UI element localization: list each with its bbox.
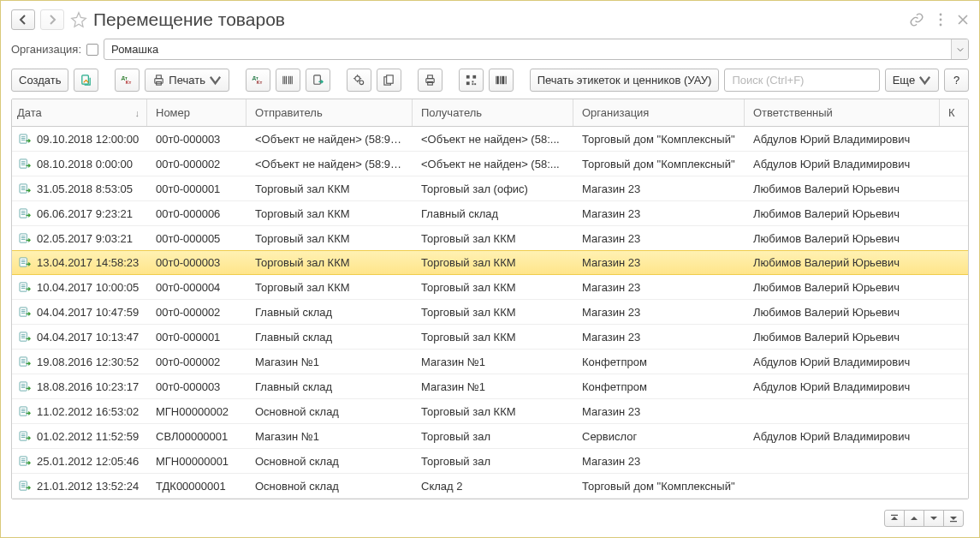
cell-date: 19.08.2016 12:30:52	[37, 356, 139, 368]
qr-button[interactable]	[459, 69, 484, 92]
table-row[interactable]: 11.02.2012 16:53:02МГН00000002Основной с…	[12, 399, 968, 424]
document-icon	[19, 481, 32, 492]
footer-nav	[885, 510, 964, 527]
print-labels-button[interactable]: Печать этикеток и ценников (УАУ)	[530, 69, 720, 92]
document-icon	[19, 431, 32, 442]
table-row[interactable]: 13.04.2017 14:58:2300т0-000003Торговый з…	[12, 250, 968, 275]
org-filter-row: Организация: Ромашка	[11, 39, 969, 60]
cell-date: 04.04.2017 10:13:47	[37, 331, 139, 344]
more-label: Еще	[893, 74, 915, 87]
sort-desc-icon: ↓	[135, 108, 140, 118]
page-title: Перемещение товаров	[93, 9, 904, 30]
dtkt2-button[interactable]: ДтКт	[246, 69, 270, 92]
org-checkbox[interactable]	[86, 44, 98, 56]
kebab-menu-icon[interactable]	[935, 12, 947, 27]
more-button[interactable]: Еще	[885, 69, 939, 92]
cell-date: 10.04.2017 10:00:05	[37, 281, 139, 294]
cell-receiver: Торговый зал ККМ	[413, 331, 573, 344]
table-row[interactable]: 19.08.2016 12:30:5200т0-000002Магазин №1…	[12, 350, 968, 374]
print-small-button[interactable]	[418, 69, 442, 92]
cell-receiver: Магазин №1	[413, 380, 573, 393]
table-row[interactable]: 10.04.2017 10:00:0500т0-000004Торговый з…	[12, 275, 968, 300]
cell-date: 13.04.2017 14:58:23	[37, 256, 139, 269]
svg-rect-97	[20, 481, 27, 489]
table-row[interactable]: 18.08.2016 10:23:1700т0-000003Главный ск…	[12, 374, 968, 399]
column-receiver[interactable]: Получатель	[413, 99, 573, 126]
table-row[interactable]: 08.10.2018 0:00:0000т0-000002<Объект не …	[12, 152, 968, 176]
cell-receiver: Главный склад	[413, 207, 573, 220]
cell-date: 02.05.2017 9:03:21	[37, 232, 133, 245]
svg-rect-29	[466, 75, 470, 79]
cell-sender: Торговый зал ККМ	[246, 232, 413, 245]
search-input[interactable]	[725, 74, 879, 87]
cell-date: 11.02.2012 16:53:02	[37, 405, 139, 418]
table-row[interactable]: 04.04.2017 10:47:5900т0-000002Главный ск…	[12, 300, 968, 325]
org-field[interactable]: Ромашка	[104, 39, 969, 60]
column-number[interactable]: Номер	[147, 99, 246, 126]
column-sender[interactable]: Отправитель	[246, 99, 413, 126]
cell-sender: Магазин №1	[246, 430, 413, 443]
column-responsible[interactable]: Ответственный	[745, 99, 940, 126]
barcode1-button[interactable]	[276, 69, 300, 92]
gear-button[interactable]	[347, 69, 371, 92]
title-row: Перемещение товаров	[11, 9, 969, 30]
svg-point-2	[940, 24, 942, 27]
cell-responsible: Любимов Валерий Юрьевич	[745, 256, 940, 269]
cell-sender: Главный склад	[246, 306, 413, 319]
table-row[interactable]: 09.10.2018 12:00:0000т0-000003<Объект не…	[12, 127, 968, 152]
cell-sender: Торговый зал ККМ	[246, 207, 413, 220]
barcode2-button[interactable]	[489, 69, 514, 92]
cell-org: Магазин 23	[573, 256, 745, 269]
cell-org: Торговый дом "Комплексный"	[573, 480, 745, 493]
column-org[interactable]: Организация	[573, 99, 745, 126]
document-icon	[19, 233, 32, 244]
cell-sender: Главный склад	[246, 331, 413, 344]
scroll-down-button[interactable]	[924, 510, 944, 527]
copies-button[interactable]	[377, 69, 401, 92]
table-row[interactable]: 25.01.2012 12:05:46МГН00000001Основной с…	[12, 449, 968, 474]
cell-org: Конфетпром	[573, 356, 745, 368]
cell-org: Магазин 23	[573, 232, 745, 245]
nav-forward-button[interactable]	[40, 9, 64, 30]
search-field[interactable]: ×	[724, 69, 879, 92]
table-row[interactable]: 02.05.2017 9:03:2100т0-000005Торговый за…	[12, 226, 968, 251]
cell-sender: Основной склад	[246, 405, 413, 418]
favorite-star-icon[interactable]	[69, 10, 88, 29]
org-value: Ромашка	[104, 43, 951, 56]
table-row[interactable]: 01.02.2012 11:52:59СВЛ00000001Магазин №1…	[12, 424, 968, 449]
cell-org: Сервислог	[573, 430, 745, 443]
table-row[interactable]: 06.06.2017 9:23:2100т0-000006Торговый за…	[12, 201, 968, 226]
nav-back-button[interactable]	[11, 9, 35, 30]
print-button[interactable]: Печать	[145, 69, 229, 92]
document-icon	[19, 208, 32, 219]
svg-rect-31	[466, 81, 470, 85]
create-button[interactable]: Создать	[11, 69, 68, 92]
cell-org: Магазин 23	[573, 182, 745, 195]
scroll-top-button[interactable]	[884, 510, 905, 527]
cell-responsible: Любимов Валерий Юрьевич	[745, 207, 940, 220]
cell-number: 00т0-000002	[147, 306, 246, 319]
cell-number: 00т0-000002	[147, 158, 246, 170]
table-row[interactable]: 21.01.2012 13:52:24ТДК00000001Основной с…	[12, 474, 968, 499]
close-icon[interactable]	[957, 14, 969, 26]
cell-receiver: Торговый зал	[413, 455, 573, 468]
link-icon[interactable]	[909, 12, 924, 27]
help-button[interactable]: ?	[944, 69, 969, 92]
org-dropdown-button[interactable]	[951, 39, 968, 59]
scroll-up-button[interactable]	[904, 510, 924, 527]
column-date[interactable]: Дата↓	[12, 99, 147, 126]
column-extra[interactable]: К	[940, 99, 968, 126]
doc-send-button[interactable]	[306, 69, 330, 92]
table-row[interactable]: 31.05.2018 8:53:0500т0-000001Торговый за…	[12, 176, 968, 201]
scroll-bottom-button[interactable]	[943, 510, 964, 527]
cell-date: 21.01.2012 13:52:24	[37, 480, 139, 493]
cell-sender: Основной склад	[246, 455, 413, 468]
dtkt-button[interactable]: ДтКт	[115, 69, 140, 92]
cell-sender: Главный склад	[246, 380, 413, 393]
table-row[interactable]: 04.04.2017 10:13:4700т0-000001Главный ск…	[12, 325, 968, 350]
svg-text:Кт: Кт	[126, 81, 132, 86]
cell-number: 00т0-000001	[147, 331, 246, 344]
svg-rect-34	[472, 83, 473, 85]
cell-org: Торговый дом "Комплексный"	[573, 133, 745, 146]
copy-doc-button[interactable]	[74, 69, 98, 92]
